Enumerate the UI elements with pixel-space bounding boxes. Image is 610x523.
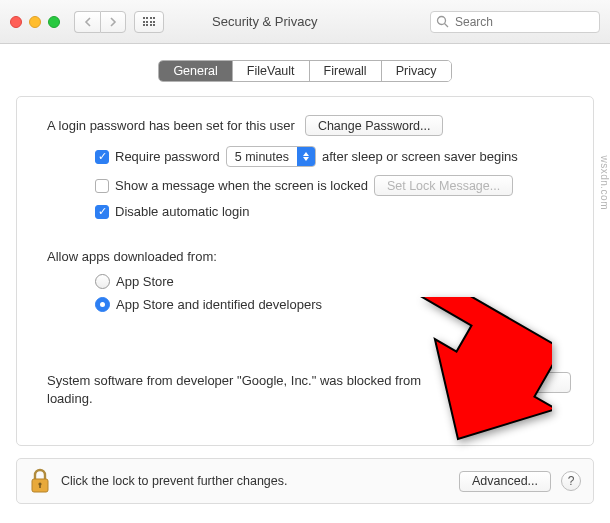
require-password-checkbox[interactable] xyxy=(95,150,109,164)
tab-privacy[interactable]: Privacy xyxy=(382,61,451,81)
window-title: Security & Privacy xyxy=(212,14,317,29)
zoom-window-button[interactable] xyxy=(48,16,60,28)
tab-bar: General FileVault Firewall Privacy xyxy=(16,60,594,82)
tab-filevault[interactable]: FileVault xyxy=(233,61,310,81)
disable-auto-login-label: Disable automatic login xyxy=(115,204,249,219)
show-all-button[interactable] xyxy=(134,11,164,33)
change-password-button[interactable]: Change Password... xyxy=(305,115,444,136)
require-password-select[interactable]: 5 minutes xyxy=(226,146,316,167)
svg-rect-4 xyxy=(39,484,41,488)
footer-bar: Click the lock to prevent further change… xyxy=(16,458,594,504)
require-password-label: Require password xyxy=(115,149,220,164)
allow-identified-radio[interactable] xyxy=(95,297,110,312)
titlebar: Security & Privacy xyxy=(0,0,610,44)
main-panel: A login password has been set for this u… xyxy=(16,96,594,446)
allow-apps-title: Allow apps downloaded from: xyxy=(47,249,571,264)
help-button[interactable]: ? xyxy=(561,471,581,491)
annotation-arrow-icon xyxy=(352,297,552,457)
allow-appstore-label: App Store xyxy=(116,274,174,289)
back-button[interactable] xyxy=(74,11,100,33)
advanced-button[interactable]: Advanced... xyxy=(459,471,551,492)
svg-line-1 xyxy=(445,23,449,27)
nav-buttons xyxy=(74,11,126,33)
require-password-value: 5 minutes xyxy=(227,150,297,164)
window-controls xyxy=(10,16,60,28)
require-password-after-label: after sleep or screen saver begins xyxy=(322,149,518,164)
lock-icon[interactable] xyxy=(29,467,51,495)
chevron-right-icon xyxy=(109,17,117,27)
svg-point-0 xyxy=(438,16,446,24)
show-message-checkbox[interactable] xyxy=(95,179,109,193)
tab-general[interactable]: General xyxy=(159,61,232,81)
tab-firewall[interactable]: Firewall xyxy=(310,61,382,81)
login-password-label: A login password has been set for this u… xyxy=(47,118,295,133)
lock-text: Click the lock to prevent further change… xyxy=(61,474,449,488)
watermark-text: wsxdn.com xyxy=(599,155,610,210)
chevron-left-icon xyxy=(84,17,92,27)
search-wrap xyxy=(430,11,600,33)
stepper-icon xyxy=(297,147,315,166)
search-input[interactable] xyxy=(430,11,600,33)
disable-auto-login-checkbox[interactable] xyxy=(95,205,109,219)
set-lock-message-button: Set Lock Message... xyxy=(374,175,513,196)
close-window-button[interactable] xyxy=(10,16,22,28)
show-message-label: Show a message when the screen is locked xyxy=(115,178,368,193)
minimize-window-button[interactable] xyxy=(29,16,41,28)
search-icon xyxy=(436,15,449,28)
allow-appstore-radio[interactable] xyxy=(95,274,110,289)
grid-icon xyxy=(143,17,156,26)
forward-button[interactable] xyxy=(100,11,126,33)
allow-identified-label: App Store and identified developers xyxy=(116,297,322,312)
